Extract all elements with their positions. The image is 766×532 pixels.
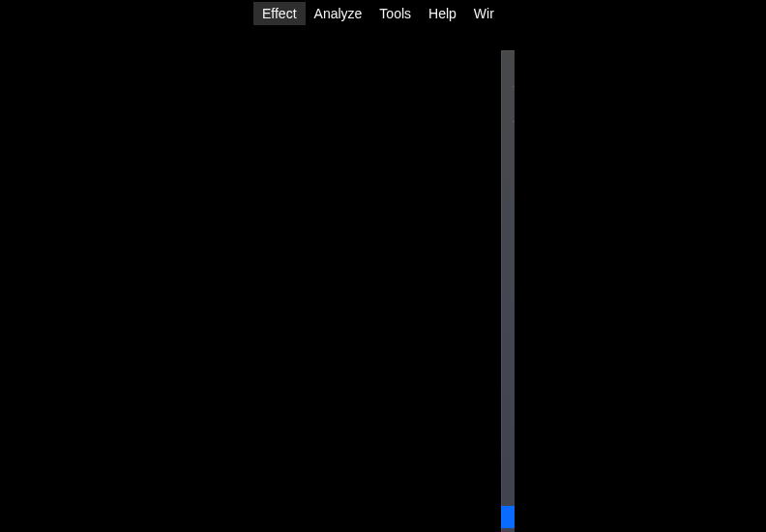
menu-item-repeat-last-effect: Repeat Last Effect ⌘ R — [501, 93, 515, 115]
menu-item-echo[interactable]: Echo... — [501, 350, 515, 372]
menu-item-invert[interactable]: Invert — [501, 461, 515, 484]
menu-item-distortion[interactable]: Distortion... — [501, 328, 515, 350]
menu-item-auto-duck[interactable]: Auto Duck... — [501, 150, 515, 172]
menu-item-add-remove-plugins[interactable]: Add / Remove Plug-ins... — [501, 58, 515, 80]
menubar-item-truncated[interactable]: Wir — [465, 2, 503, 25]
menu-item-fade-out[interactable]: Fade Out — [501, 395, 515, 417]
effect-dropdown: Add / Remove Plug-ins... Repeat Last Eff… — [501, 50, 515, 532]
dropdown-section: Repeat Last Effect ⌘ R — [501, 89, 515, 119]
menu-item-filter-curve-eq[interactable]: Filter Curve EQ... — [501, 417, 515, 439]
menu-item-fade-in[interactable]: Fade In — [501, 372, 515, 395]
menu-item-loudness-normalization[interactable]: Loudness Normalization... — [501, 484, 515, 506]
menu-item-bass-treble[interactable]: Bass and Treble... — [501, 172, 515, 194]
menu-item-change-speed[interactable]: Change Speed... — [501, 217, 515, 239]
menu-separator — [513, 86, 515, 87]
menu-item-amplify[interactable]: Amplify... — [501, 128, 515, 150]
menubar-item-tools[interactable]: Tools — [370, 2, 420, 25]
dropdown-section: Add / Remove Plug-ins... — [501, 54, 515, 84]
menu-item-compressor[interactable]: Compressor... — [501, 306, 515, 328]
menubar: Effect Analyze Tools Help Wir — [253, 2, 503, 25]
dropdown-section: Amplify... Auto Duck... Bass and Treble.… — [501, 124, 515, 532]
menu-item-normalize[interactable]: Normalize... — [501, 528, 515, 532]
menubar-item-analyze[interactable]: Analyze — [306, 2, 371, 25]
menubar-item-help[interactable]: Help — [420, 2, 465, 25]
menubar-item-effect[interactable]: Effect — [253, 2, 306, 25]
menu-item-classic-filters[interactable]: Classic Filters... — [501, 261, 515, 283]
menu-item-noise-reduction[interactable]: Noise Reduction... — [501, 506, 515, 528]
menu-item-change-tempo[interactable]: Change Tempo... — [501, 239, 515, 261]
menu-item-graphic-eq[interactable]: Graphic EQ... — [501, 439, 515, 461]
menu-item-change-pitch[interactable]: Change Pitch... — [501, 194, 515, 217]
menu-separator — [513, 121, 515, 122]
menu-item-click-removal[interactable]: Click Removal... — [501, 283, 515, 306]
